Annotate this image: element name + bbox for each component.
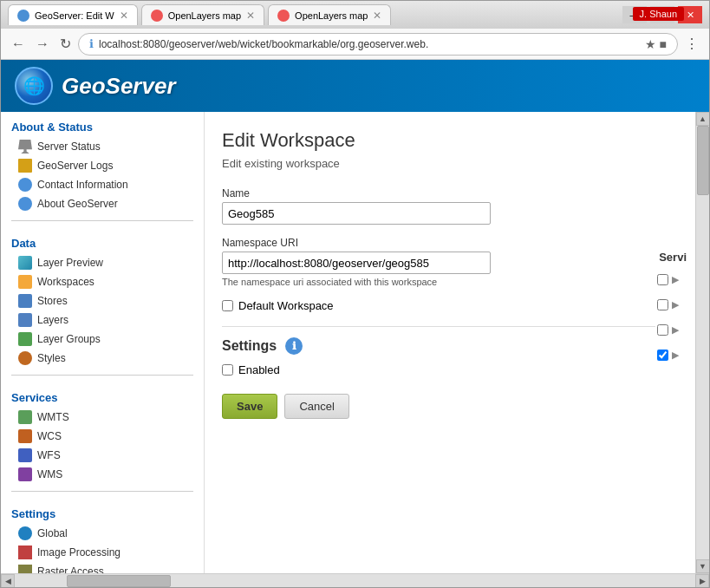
sidebar-item-layer-preview[interactable]: Layer Preview [1, 253, 204, 272]
layers-icon [18, 313, 32, 327]
divider-1 [11, 220, 193, 221]
sidebar-label-wmts: WMTS [37, 411, 69, 423]
service-checkbox-2[interactable] [657, 299, 668, 310]
sidebar-item-wcs[interactable]: WCS [1, 427, 204, 446]
folder-blue-icon [18, 294, 32, 308]
sidebar-label-wms: WMS [37, 468, 62, 480]
tab-favicon-2 [151, 10, 163, 22]
name-label: Name [222, 187, 655, 199]
back-button[interactable]: ← [8, 33, 29, 56]
layer-groups-icon [18, 332, 32, 346]
star-icon[interactable]: ★ [645, 37, 656, 51]
tab-label: GeoServer: Edit W [35, 10, 114, 21]
sidebar-item-raster-access[interactable]: Raster Access [1, 562, 204, 573]
sidebar-item-image-processing[interactable]: Image Processing [1, 543, 204, 562]
sidebar-item-wfs[interactable]: WFS [1, 446, 204, 465]
service-checkbox-3[interactable] [657, 324, 668, 336]
settings-info-icon[interactable]: ℹ [285, 337, 303, 355]
sidebar-label-image-processing: Image Processing [37, 546, 121, 559]
name-group: Name [222, 187, 655, 225]
save-button[interactable]: Save [222, 394, 277, 419]
enabled-checkbox[interactable] [222, 364, 233, 376]
tab-openlayers-1[interactable]: OpenLayers map ✕ [141, 4, 264, 25]
sidebar-item-contact[interactable]: Contact Information [1, 175, 204, 194]
tab-geoserver-edit[interactable]: GeoServer: Edit W ✕ [8, 4, 138, 25]
hscroll-track[interactable] [15, 574, 695, 588]
sidebar-label-server-status: Server Status [37, 140, 101, 153]
imgproc-icon [18, 546, 32, 559]
forward-button[interactable]: → [32, 33, 53, 56]
enabled-row: Enabled [222, 363, 655, 376]
tab-close-btn-3[interactable]: ✕ [373, 10, 381, 22]
default-workspace-label: Default Workspace [238, 299, 334, 312]
scroll-thumb[interactable] [697, 126, 709, 195]
sidebar-item-wmts[interactable]: WMTS [1, 408, 204, 427]
sidebar-item-styles[interactable]: Styles [1, 349, 204, 368]
scroll-up-arrow[interactable]: ▲ [696, 112, 710, 126]
tab-openlayers-2[interactable]: OpenLayers map ✕ [268, 4, 391, 25]
cancel-button[interactable]: Cancel [284, 394, 348, 419]
reload-button[interactable]: ↻ [56, 32, 75, 56]
doc-icon [18, 159, 32, 173]
sidebar-label-workspaces: Workspaces [37, 276, 94, 288]
sidebar-item-layers[interactable]: Layers [1, 310, 204, 330]
tab-favicon-3 [277, 10, 290, 22]
sidebar-item-server-status[interactable]: Server Status [1, 137, 204, 156]
tab-close-btn-2[interactable]: ✕ [246, 10, 255, 22]
hscroll-left-arrow[interactable]: ◀ [1, 574, 15, 588]
service-icon-4: ▶ [672, 350, 679, 361]
wmts-icon [18, 410, 32, 424]
divider-3 [11, 491, 193, 492]
sidebar-label-wfs: WFS [37, 449, 61, 461]
section-about-status: About & Status [1, 112, 204, 137]
sidebar-item-workspaces[interactable]: Workspaces [1, 272, 204, 291]
sidebar-label-styles: Styles [37, 352, 66, 364]
service-checkbox-4[interactable] [657, 350, 668, 361]
service-icon-3: ▶ [672, 324, 679, 336]
hscroll-right-arrow[interactable]: ▶ [695, 574, 709, 588]
address-text: localhost:8080/geoserver/web/wicket/book… [99, 38, 640, 50]
sidebar-item-about[interactable]: About GeoServer [1, 194, 204, 213]
sidebar-item-logs[interactable]: GeoServer Logs [1, 156, 204, 175]
tab-favicon [17, 10, 29, 22]
namespace-uri-group: Namespace URI The namespace uri associat… [222, 237, 655, 287]
nav-bar: ← → ↻ ℹ localhost:8080/geoserver/web/wic… [1, 29, 709, 60]
menu-button[interactable]: ⋮ [681, 32, 702, 56]
page-title: Edit Workspace [222, 129, 678, 152]
sidebar-label-contact: Contact Information [37, 179, 128, 191]
geoserver-logo[interactable]: 🌐 GeoServer [15, 67, 176, 105]
hscroll-thumb[interactable] [67, 575, 171, 587]
sidebar-item-layer-groups[interactable]: Layer Groups [1, 330, 204, 349]
service-checkbox-1[interactable] [657, 274, 668, 285]
sidebar-item-global[interactable]: Global [1, 524, 204, 543]
right-scrollbar[interactable]: ▲ ▼ [695, 112, 709, 573]
address-bar[interactable]: ℹ localhost:8080/geoserver/web/wicket/bo… [78, 33, 678, 56]
section-data: Data [1, 228, 204, 253]
service-icon-2: ▶ [672, 299, 679, 310]
workspace-form: Name Namespace URI The namespace uri ass… [222, 187, 655, 419]
sidebar-label-wcs: WCS [37, 430, 62, 442]
wms-icon [18, 467, 32, 481]
sidebar-label-global: Global [37, 527, 68, 539]
layer-preview-icon [18, 256, 32, 270]
services-table: Servi ▶ ▶ ▶ [657, 251, 687, 361]
sidebar-label-layers: Layers [37, 314, 68, 326]
service-icon-1: ▶ [672, 274, 679, 285]
namespace-uri-input[interactable] [222, 252, 491, 274]
bottom-scrollbar[interactable]: ◀ ▶ [1, 573, 709, 587]
sidebar-item-stores[interactable]: Stores [1, 291, 204, 310]
browser-window: GeoServer: Edit W ✕ OpenLayers map ✕ Ope… [0, 0, 710, 588]
title-bar: GeoServer: Edit W ✕ OpenLayers map ✕ Ope… [1, 1, 709, 29]
name-input[interactable] [222, 202, 491, 225]
default-workspace-checkbox[interactable] [222, 300, 233, 311]
info-icon-contact [18, 178, 32, 192]
tab-close-btn[interactable]: ✕ [120, 10, 128, 22]
page-subtitle: Edit existing workspace [222, 157, 678, 170]
page-content: 🌐 GeoServer About & Status Server Status [1, 60, 709, 587]
settings-section-header: Settings ℹ [222, 326, 655, 355]
scroll-track[interactable] [696, 126, 710, 559]
shield-icon: ■ [660, 37, 667, 51]
sidebar-item-wms[interactable]: WMS [1, 465, 204, 484]
scroll-down-arrow[interactable]: ▼ [696, 559, 710, 573]
address-icons: ★ ■ [645, 37, 667, 51]
